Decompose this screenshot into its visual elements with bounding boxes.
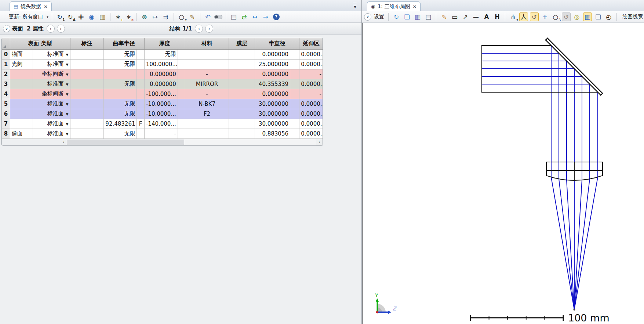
coating-cell[interactable] (229, 59, 255, 69)
surface-name[interactable] (10, 79, 33, 89)
header-coating[interactable]: 膜层 (229, 38, 255, 49)
radius-cell[interactable]: 无限 (103, 99, 137, 109)
chevron-down-icon[interactable]: ▾ (47, 15, 48, 19)
surface-type-dropdown[interactable]: 标准面 ▼ (33, 49, 70, 59)
surface-type-dropdown[interactable]: 坐标间断 ▼ (33, 89, 70, 99)
update-mode-label[interactable]: 更新: 所有窗口 (9, 14, 43, 20)
radius-solve-cell[interactable] (137, 109, 144, 119)
header-thickness[interactable]: 厚度 (144, 38, 185, 49)
header-material[interactable]: 材料 (185, 38, 229, 49)
delete-rays-icon[interactable]: ∗× (124, 12, 133, 21)
update-surface-icon[interactable]: ↻1 (55, 12, 64, 21)
semidiam-solve-cell[interactable] (290, 69, 299, 79)
bulb-icon[interactable]: ◎ (572, 12, 581, 21)
settings-expand-button[interactable]: ∨ (364, 13, 371, 21)
surface-name[interactable] (10, 89, 33, 99)
coating-cell[interactable] (229, 129, 255, 138)
comment-cell[interactable] (70, 59, 103, 69)
semidiam-solve-cell[interactable] (290, 89, 299, 99)
arrow-icon[interactable]: ↗ (461, 12, 470, 21)
refresh-icon[interactable]: ↻ (392, 12, 401, 21)
thickness-solve-cell[interactable] (178, 109, 185, 119)
material-cell[interactable] (185, 59, 229, 69)
extend-cell[interactable]: - (299, 69, 323, 79)
thickness-solve-cell[interactable] (178, 59, 185, 69)
extend-cell[interactable]: 0.0000... (299, 49, 323, 59)
surface-name[interactable] (10, 99, 33, 109)
aperture-icon[interactable]: ⊛ (140, 12, 149, 21)
insert-rays-icon[interactable]: ∗+ (114, 12, 123, 21)
row-number[interactable]: 7 (2, 119, 10, 129)
row-number[interactable]: 1 (2, 59, 10, 69)
clone-window-icon[interactable]: ❏ (594, 12, 603, 21)
radius-solve-cell[interactable] (137, 79, 144, 89)
tab-lens-data[interactable]: ▤ 镜头数据 × (10, 1, 52, 11)
material-cell[interactable]: F2 (185, 109, 229, 119)
extend-cell[interactable]: - (299, 89, 323, 99)
surface-name[interactable]: 光阑 (10, 59, 33, 69)
comment-cell[interactable] (70, 119, 103, 129)
semidiam-cell[interactable]: 0.883056 (255, 129, 290, 138)
brush-icon[interactable]: ✎ (188, 12, 197, 21)
thickness-solve-cell[interactable] (178, 119, 185, 129)
material-cell[interactable]: - (185, 69, 229, 79)
extend-cell[interactable]: 0.0000... (299, 59, 323, 69)
thickness-solve-cell[interactable] (178, 129, 185, 138)
surface-type-dropdown[interactable]: 标准面 ▼ (33, 109, 70, 119)
close-icon[interactable]: × (44, 4, 48, 9)
zoom-icon[interactable]: ○\ (551, 12, 560, 21)
semidiam-solve-cell[interactable] (290, 119, 299, 129)
surface-type-dropdown[interactable]: 坐标间断 ▼ (33, 69, 70, 79)
comment-cell[interactable] (70, 49, 103, 59)
radius-cell[interactable]: 无限 (103, 79, 137, 89)
radius-cell[interactable]: 无限 (103, 129, 137, 138)
length-icon[interactable]: H (493, 12, 502, 21)
coating-cell[interactable] (229, 119, 255, 129)
split-window-icon[interactable]: ▦ (583, 12, 592, 21)
comment-cell[interactable] (70, 129, 103, 138)
semidiam-solve-cell[interactable] (290, 129, 299, 138)
wavelength-icon[interactable]: ○▾ (177, 12, 186, 21)
surface-name[interactable] (10, 69, 33, 79)
thickness-solve-cell[interactable] (178, 69, 185, 79)
orientation-icon[interactable]: ⋔▾ (509, 12, 517, 21)
clock-icon[interactable]: ◴ (604, 12, 613, 21)
radius-cell[interactable]: 无限 (103, 49, 137, 59)
radius-cell[interactable] (103, 69, 137, 79)
semidiam-solve-cell[interactable] (290, 49, 299, 59)
thickness-cell[interactable]: - (144, 129, 178, 138)
image-icon[interactable]: ▦ (98, 12, 107, 21)
print-icon[interactable]: ▤ (424, 12, 433, 21)
row-number[interactable]: 3 (2, 79, 10, 89)
header-radius[interactable]: 曲率半径 (103, 38, 144, 49)
thickness-cell[interactable]: -10.0000... (144, 99, 178, 109)
coating-cell[interactable] (229, 69, 255, 79)
next-config-button[interactable]: › (205, 25, 213, 33)
surface-name[interactable] (10, 109, 33, 119)
radius-solve-cell[interactable] (137, 49, 144, 59)
radius-cell[interactable]: 无限 (103, 109, 137, 119)
line-icon[interactable]: — (472, 12, 480, 21)
thickness-cell[interactable]: -100.000... (144, 89, 178, 99)
material-cell[interactable]: N-BK7 (185, 99, 229, 109)
thickness-solve-cell[interactable] (178, 99, 185, 109)
material-cell[interactable] (185, 119, 229, 129)
semidiam-cell[interactable]: 30.000000 (255, 109, 290, 119)
settings-label[interactable]: 设置 (374, 14, 384, 20)
thickness-cell[interactable]: 100.0000... (144, 59, 178, 69)
radius-solve-cell[interactable] (137, 69, 144, 79)
save-icon[interactable]: ▦ (413, 12, 422, 21)
surface-type-dropdown[interactable]: 标准面 ▼ (33, 99, 70, 109)
row-number[interactable]: 5 (2, 99, 10, 109)
radius-solve-cell[interactable] (137, 59, 144, 69)
help-icon[interactable]: ? (273, 14, 280, 20)
thickness-cell[interactable]: 无限 (144, 49, 178, 59)
expand-icon[interactable]: ↔ (251, 12, 259, 21)
surface-type-dropdown[interactable]: 标准面 ▼ (33, 129, 70, 138)
radius-solve-cell[interactable] (137, 99, 144, 109)
editor-list-icon[interactable]: ▤ (229, 12, 238, 21)
extend-cell[interactable]: 0.0000... (299, 99, 323, 109)
header-semidiam[interactable]: 半直径 (255, 38, 299, 49)
thickness-solve-cell[interactable] (178, 49, 185, 59)
semidiam-cell[interactable]: 30.000000 (255, 99, 290, 109)
